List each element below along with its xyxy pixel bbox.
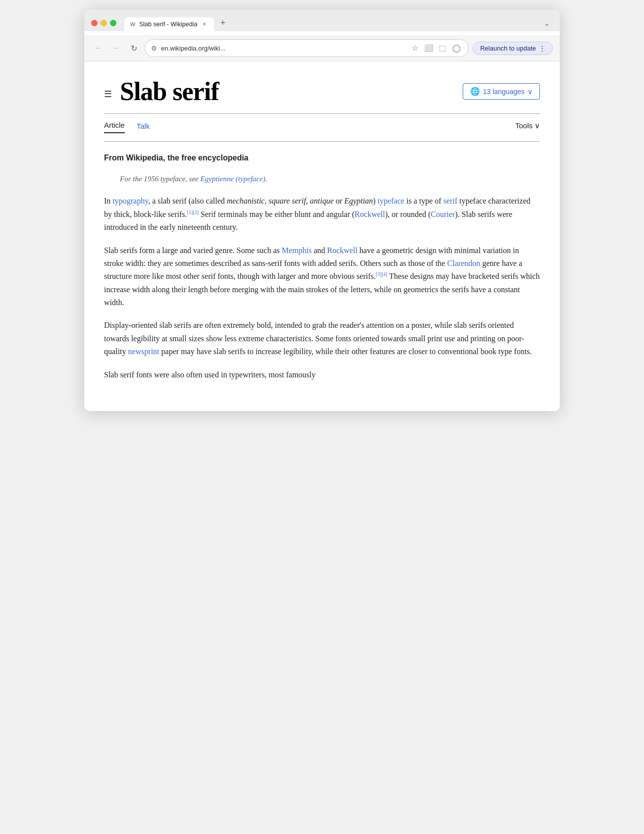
wiki-tab-group: Article Talk (104, 118, 150, 133)
article-content: From Wikipedia, the free encyclopedia Fo… (104, 152, 540, 381)
hamburger-icon[interactable]: ☰ (104, 84, 112, 100)
address-bar: ← → ↻ ⚙ en.wikipedia.org/wiki... ☆ ⬜ ⬚ ◯… (84, 35, 560, 61)
relaunch-label: Relaunch to update (480, 45, 536, 52)
security-icon: ⚙ (151, 45, 157, 52)
memphis-link[interactable]: Memphis (282, 246, 312, 255)
paragraph-3: Display-oriented slab serifs are often e… (104, 319, 540, 358)
minimize-traffic-light[interactable] (101, 20, 107, 26)
typography-link[interactable]: typography (112, 197, 148, 205)
tab-title: Slab serif - Wikipedia (139, 21, 197, 28)
active-tab[interactable]: W Slab serif - Wikipedia × (124, 17, 214, 31)
reload-button[interactable]: ↻ (127, 41, 141, 55)
hatnote: For the 1956 typeface, see Egyptienne (t… (120, 173, 540, 185)
languages-chevron-icon: ∨ (528, 88, 533, 96)
paragraph-2: Slab serifs form a large and varied genr… (104, 244, 540, 310)
maximize-traffic-light[interactable] (110, 20, 116, 26)
page-content: ☰ Slab serif 🌐 13 languages ∨ Article Ta… (84, 61, 560, 411)
new-tab-button[interactable]: + (215, 15, 230, 31)
bookmark-icon[interactable]: ☆ (409, 42, 421, 54)
languages-button[interactable]: 🌐 13 languages ∨ (463, 83, 540, 100)
from-wikipedia: From Wikipedia, the free encyclopedia (104, 152, 540, 164)
back-button[interactable]: ← (91, 41, 105, 55)
courier-link[interactable]: Courier (431, 210, 455, 218)
tab-close-button[interactable]: × (200, 20, 208, 28)
url-text: en.wikipedia.org/wiki... (161, 45, 405, 52)
url-actions: ☆ ⬜ ⬚ ◯ (409, 42, 462, 54)
tab-chevron-icon[interactable]: ⌄ (541, 17, 553, 29)
close-traffic-light[interactable] (91, 20, 98, 26)
profile-icon[interactable]: ◯ (450, 42, 462, 54)
relaunch-menu-icon: ⋮ (539, 45, 545, 52)
rockwell-link-1[interactable]: Rockwell (355, 210, 385, 218)
languages-label: 13 languages (483, 88, 525, 96)
relaunch-button[interactable]: Relaunch to update ⋮ (473, 42, 553, 55)
tabs-row: W Slab serif - Wikipedia × + (124, 15, 537, 31)
page-title: Slab serif (120, 77, 218, 105)
serif-link[interactable]: serif (443, 197, 457, 205)
traffic-lights (91, 20, 116, 26)
tools-chevron-icon: ∨ (535, 121, 540, 130)
tools-button[interactable]: Tools ∨ (515, 121, 540, 130)
wiki-title-area: ☰ Slab serif (104, 77, 218, 105)
forward-button[interactable]: → (109, 41, 123, 55)
tab-talk[interactable]: Talk (137, 119, 150, 133)
header-divider (104, 113, 540, 114)
extension-icon[interactable]: ⬜ (423, 42, 434, 54)
hatnote-link[interactable]: Egyptienne (typeface) (200, 175, 265, 183)
tab-favicon: W (129, 21, 136, 28)
wiki-tabs: Article Talk Tools ∨ (104, 118, 540, 133)
tab-divider (104, 141, 540, 142)
wiki-header: ☰ Slab serif 🌐 13 languages ∨ (104, 77, 540, 105)
paragraph-1: In typography, a slab serif (also called… (104, 195, 540, 234)
paragraph-4: Slab serif fonts were also often used in… (104, 368, 540, 381)
newsprint-link[interactable]: newsprint (128, 347, 159, 356)
translate-icon: 🌐 (470, 87, 480, 96)
browser-window: W Slab serif - Wikipedia × + ⌄ ← → ↻ ⚙ e… (84, 10, 560, 411)
title-bar: W Slab serif - Wikipedia × + ⌄ (84, 10, 560, 31)
cast-icon[interactable]: ⬚ (436, 42, 448, 54)
url-bar[interactable]: ⚙ en.wikipedia.org/wiki... ☆ ⬜ ⬚ ◯ (145, 39, 469, 57)
tab-article[interactable]: Article (104, 118, 125, 133)
clarendon-link[interactable]: Clarendon (447, 259, 481, 267)
typeface-link[interactable]: typeface (377, 197, 404, 205)
tools-label: Tools (515, 121, 533, 130)
rockwell-link-2[interactable]: Rockwell (327, 246, 357, 255)
